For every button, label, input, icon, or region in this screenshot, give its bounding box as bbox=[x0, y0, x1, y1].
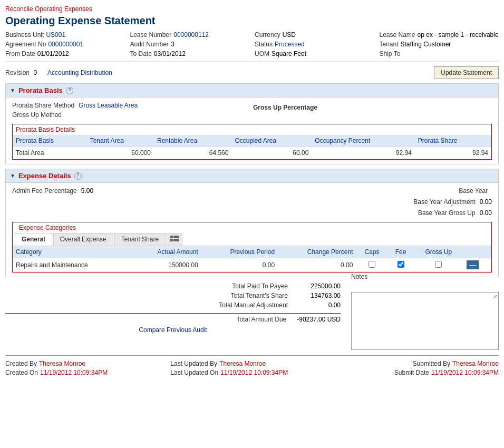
caps-checkbox[interactable] bbox=[369, 261, 375, 268]
notes-label: Notes bbox=[351, 273, 367, 280]
tenant-share-label: Total Tenant's Share bbox=[231, 292, 288, 299]
status-label: Status bbox=[255, 41, 273, 48]
col-occupancy-percent: Occupancy Percent bbox=[312, 135, 414, 147]
submit-date-value: 11/19/2012 10:09:34PM bbox=[431, 369, 499, 376]
audit-number-label: Audit Number bbox=[130, 41, 169, 48]
business-unit-value: US001 bbox=[46, 31, 65, 38]
expense-collapse-icon[interactable]: ▼ bbox=[10, 173, 15, 179]
created-on-label: Created On bbox=[5, 369, 38, 376]
prorata-table: Prorata Basis Tenant Area Rentable Area … bbox=[13, 135, 491, 159]
collapse-icon[interactable]: ▼ bbox=[10, 87, 15, 93]
base-year-label: Base Year bbox=[459, 187, 488, 194]
expense-cats-title: Expense Categories bbox=[16, 222, 79, 233]
totals-amounts: Total Paid To Payee 225000.00 Total Tena… bbox=[5, 283, 341, 350]
expense-section: ▼ Expense Details ? Admin Fee Percentage… bbox=[5, 169, 499, 277]
base-year-adj-label: Base Year Adjustment bbox=[413, 198, 475, 206]
gross_up-cell[interactable] bbox=[414, 258, 463, 272]
footer-section: Created By Theresa Monroe Created On 11/… bbox=[5, 360, 499, 378]
from-date-label: From Date bbox=[5, 50, 35, 57]
ship-to-label: Ship To bbox=[380, 50, 401, 57]
from-date-value: 01/01/2012 bbox=[37, 50, 69, 57]
expense-section-header: ▼ Expense Details ? bbox=[6, 169, 498, 183]
uom-label: UOM bbox=[255, 50, 269, 57]
expense-categories-container: Expense Categories General Overall Expen… bbox=[12, 222, 492, 272]
base-year-adj-value: 0.00 bbox=[480, 198, 492, 206]
amount-due-label: Total Amount Due bbox=[237, 316, 287, 323]
col-actual-amount: Actual Amount bbox=[131, 246, 201, 258]
tenant-value: Staffing Customer bbox=[401, 41, 451, 48]
col-prorata-share: Prorata Share bbox=[415, 135, 491, 147]
totals-section: Total Paid To Payee 225000.00 Total Tena… bbox=[5, 283, 499, 350]
paid-value: 225000.00 bbox=[298, 283, 341, 290]
prorata-table-title: Prorata Basis Details bbox=[13, 124, 491, 135]
page-title: Operating Expense Statement bbox=[5, 15, 499, 27]
compare-previous-audit-link[interactable]: Compare Previous Audit bbox=[5, 326, 341, 334]
lease-name-label: Lease Name bbox=[380, 31, 415, 38]
revision-value: 0 bbox=[33, 69, 37, 76]
tenant-share-value: 134763.00 bbox=[298, 292, 341, 299]
notes-textarea[interactable]: ⤢ bbox=[351, 292, 499, 350]
tab-overall-expense[interactable]: Overall Expense bbox=[53, 233, 113, 246]
agreement-no-value: 0000000001 bbox=[48, 41, 83, 48]
lease-number-label: Lease Number bbox=[130, 31, 172, 38]
col-previous-period: Previous Period bbox=[201, 246, 278, 258]
prorata-section-header: ▼ Prorata Basis ? bbox=[6, 84, 498, 98]
col-gross-up: Gross Up bbox=[414, 246, 463, 258]
tab-tenant-share[interactable]: Tenant Share bbox=[114, 233, 166, 246]
gross_up-checkbox[interactable] bbox=[435, 261, 442, 268]
base-year-gross-label: Base Year Gross Up bbox=[418, 209, 476, 217]
prorata-section-title: Prorata Basis bbox=[18, 86, 63, 94]
svg-rect-5 bbox=[176, 239, 179, 241]
svg-rect-0 bbox=[170, 236, 173, 238]
prorata-help-icon[interactable]: ? bbox=[66, 87, 73, 94]
expense-help-icon[interactable]: ? bbox=[74, 172, 82, 180]
last-updated-on-label: Last Updated On bbox=[170, 369, 218, 376]
remove-row-button[interactable]: — bbox=[467, 260, 479, 269]
col-occupied-area: Occupied Area bbox=[231, 135, 312, 147]
admin-fee-label: Admin Fee Percentage bbox=[12, 187, 77, 194]
amount-due-value: -90237.00 USD bbox=[297, 316, 341, 323]
svg-rect-2 bbox=[176, 236, 179, 238]
audit-number-value: 3 bbox=[171, 41, 175, 48]
created-on-value: 11/19/2012 10:09:34PM bbox=[40, 369, 108, 376]
tab-general[interactable]: General bbox=[15, 233, 52, 246]
expense-tabs: General Overall Expense Tenant Share bbox=[13, 233, 491, 246]
footer-divider bbox=[5, 355, 499, 356]
expense-table-row: Repairs and Maintenance150000.000.000.00… bbox=[13, 258, 491, 272]
prorata-basis-details-container: Prorata Basis Details Prorata Basis Tena… bbox=[12, 124, 492, 160]
to-date-value: 03/01/2012 bbox=[154, 50, 186, 57]
to-date-label: To Date bbox=[130, 50, 152, 57]
business-unit-label: Business Unit bbox=[5, 31, 44, 38]
actual-amount-cell: 150000.00 bbox=[131, 258, 201, 272]
notes-container: Notes ⤢ bbox=[351, 283, 499, 350]
col-fee: Fee bbox=[388, 246, 414, 258]
category-cell: Repairs and Maintenance bbox=[13, 258, 131, 272]
last-updated-on-value: 11/19/2012 10:09:34PM bbox=[220, 369, 288, 376]
expense-categories-table: Category Actual Amount Previous Period C… bbox=[13, 246, 491, 272]
caps-cell[interactable] bbox=[356, 258, 387, 272]
col-tenant-area: Tenant Area bbox=[87, 135, 154, 147]
fee-checkbox[interactable] bbox=[398, 261, 404, 268]
prorata-table-row: Total Area60.00064.56060.0092.9492.94 bbox=[13, 147, 491, 159]
update-statement-button[interactable]: Update Statement bbox=[434, 66, 499, 79]
col-caps: Caps bbox=[356, 246, 387, 258]
breadcrumb: Reconcile Operating Expenses bbox=[5, 5, 499, 13]
svg-rect-1 bbox=[173, 236, 176, 238]
last-updated-by-value: Theresa Monroe bbox=[219, 360, 266, 367]
lease-name-value: op ex - sample 1 - receivable bbox=[418, 31, 499, 38]
manual-adj-label: Total Manual Adjustment bbox=[219, 301, 288, 309]
previous-period-cell: 0.00 bbox=[201, 258, 278, 272]
accounting-distribution-link[interactable]: Accounting Distribution bbox=[47, 69, 112, 76]
prorata-section: ▼ Prorata Basis ? Prorata Share Method G… bbox=[5, 83, 499, 164]
prorata-cell: 92.94 bbox=[415, 147, 491, 159]
created-by-value: Theresa Monroe bbox=[39, 360, 85, 367]
col-action bbox=[463, 246, 491, 258]
fee-cell[interactable] bbox=[388, 258, 414, 272]
row-action-cell[interactable]: — bbox=[463, 258, 491, 272]
prorata-cell: 92.94 bbox=[312, 147, 414, 159]
lease-number-value: 0000000112 bbox=[173, 31, 209, 38]
expense-section-body: Admin Fee Percentage 5.00 Base Year Base… bbox=[6, 183, 498, 277]
expand-notes-icon[interactable]: ⤢ bbox=[493, 294, 497, 299]
col-category: Category bbox=[13, 246, 131, 258]
tab-grid-icon[interactable] bbox=[167, 233, 182, 246]
